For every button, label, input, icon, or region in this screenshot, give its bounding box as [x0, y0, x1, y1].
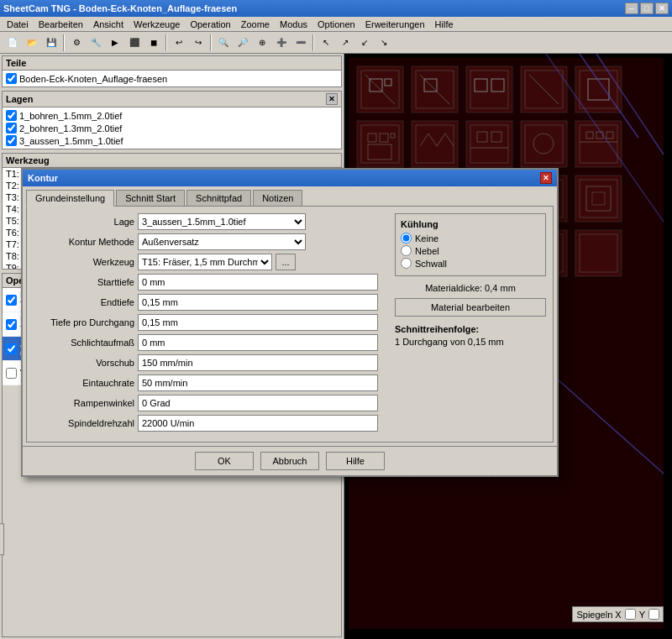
- ok-button[interactable]: OK: [195, 452, 254, 470]
- lage-select[interactable]: 3_aussen_1.5mm_1.0tief: [138, 213, 306, 230]
- cooling-title: Kühlung: [401, 219, 540, 229]
- toolbar-btn11[interactable]: ↖: [317, 34, 335, 52]
- lagen-checkbox-1[interactable]: [6, 123, 17, 134]
- svg-rect-20: [357, 121, 403, 167]
- spindel-label: Spindeldrehzahl: [34, 418, 134, 428]
- werkzeug-input-group: T15: Fräser, 1,5 mm Durchmesser ...: [138, 254, 296, 270]
- schlicht-label: Schlichtaufmaß: [34, 338, 134, 348]
- lagen-item-1[interactable]: 2_bohren_1.3mm_2.0tief: [4, 122, 339, 134]
- tab-notizen[interactable]: Notizen: [253, 190, 302, 206]
- vorschub-label: Vorschub: [34, 358, 134, 368]
- menu-operation[interactable]: Operation: [186, 18, 234, 30]
- cancel-button[interactable]: Abbruch: [260, 452, 319, 470]
- toolbar-btn13[interactable]: ↙: [355, 34, 374, 52]
- op-checkbox-1[interactable]: [6, 319, 17, 330]
- op-checkbox-3[interactable]: [6, 368, 17, 379]
- cooling-schwall-radio[interactable]: [401, 258, 412, 269]
- lagen-checkbox-0[interactable]: [6, 110, 17, 121]
- tiefe-input[interactable]: [138, 314, 378, 331]
- menu-datei[interactable]: Datei: [3, 18, 32, 30]
- cooling-nebel[interactable]: Nebel: [401, 245, 540, 256]
- kontur-methode-select[interactable]: Außenversatz: [138, 233, 306, 250]
- lagen-content: 1_bohren_1.5mm_2.0tief 2_bohren_1.3mm_2.…: [3, 107, 341, 149]
- menu-ansicht[interactable]: Ansicht: [90, 18, 127, 30]
- teile-section: Teile Boden-Eck-Knoten_Auflage-fraesen: [2, 55, 342, 87]
- svg-rect-21: [412, 121, 458, 167]
- tab-schnittpfad[interactable]: Schnittpfad: [186, 190, 251, 206]
- menu-bearbeiten[interactable]: Bearbeiten: [35, 18, 87, 30]
- starttiefe-label: Starttiefe: [34, 277, 134, 287]
- toolbar-btn2[interactable]: 🔧: [87, 34, 105, 52]
- lagen-checkbox-2[interactable]: [6, 135, 17, 146]
- toolbar-sep1: [63, 34, 65, 51]
- cooling-schwall[interactable]: Schwall: [401, 258, 540, 269]
- vorschub-input[interactable]: [138, 354, 378, 371]
- tab-schnitt-start[interactable]: Schnitt Start: [116, 190, 185, 206]
- svg-rect-34: [575, 230, 622, 276]
- eintauch-input[interactable]: [138, 374, 378, 391]
- cooling-keine[interactable]: Keine: [401, 233, 540, 244]
- endtiefe-input[interactable]: [138, 294, 378, 311]
- toolbar-btn9[interactable]: ➕: [272, 34, 291, 52]
- toolbar-btn8[interactable]: ⊕: [253, 34, 271, 52]
- teile-checkbox[interactable]: [6, 73, 17, 84]
- starttiefe-input[interactable]: [138, 274, 378, 291]
- menu-optionen[interactable]: Optionen: [314, 18, 359, 30]
- toolbar-btn12[interactable]: ↗: [336, 34, 354, 52]
- teile-item[interactable]: Boden-Eck-Knoten_Auflage-fraesen: [4, 72, 169, 85]
- toolbar-zoom-out[interactable]: 🔎: [234, 34, 252, 52]
- tab-bar: Grundeinstellung Schnitt Start Schnittpf…: [23, 186, 557, 206]
- cooling-keine-radio[interactable]: [401, 233, 412, 244]
- minimize-button[interactable]: ─: [625, 3, 638, 14]
- lagen-item-0[interactable]: 1_bohren_1.5mm_2.0tief: [4, 109, 339, 122]
- werkzeug-select[interactable]: T15: Fräser, 1,5 mm Durchmesser: [138, 254, 272, 270]
- title-bar: SheetCam TNG - Boden-Eck-Knoten_Auflage-…: [0, 0, 672, 17]
- menu-werkzeuge[interactable]: Werkzeuge: [130, 18, 183, 30]
- menu-modus[interactable]: Modus: [276, 18, 311, 30]
- help-button[interactable]: Hilfe: [326, 452, 385, 470]
- toolbar-btn14[interactable]: ↘: [375, 34, 393, 52]
- spindel-input[interactable]: [138, 415, 378, 432]
- eintauch-label: Eintauchrate: [34, 378, 134, 388]
- spiegel-y-checkbox[interactable]: [648, 609, 659, 620]
- material-edit-button[interactable]: Material bearbeiten: [395, 298, 546, 317]
- toolbar-btn10[interactable]: ➖: [291, 34, 310, 52]
- toolbar-save[interactable]: 💾: [42, 34, 60, 52]
- menu-zoome[interactable]: Zoome: [238, 18, 273, 30]
- lagen-close-btn[interactable]: ✕: [326, 93, 338, 105]
- toolbar-sep2: [165, 34, 167, 51]
- lagen-section: Lagen ✕ 1_bohren_1.5mm_2.0tief 2_bohren_…: [2, 91, 342, 149]
- tab-grundeinstellung[interactable]: Grundeinstellung: [26, 190, 114, 207]
- cut-label: Cut d...: [0, 523, 4, 555]
- menu-hilfe[interactable]: Hilfe: [432, 18, 457, 30]
- spiegel-x-checkbox[interactable]: [625, 609, 636, 620]
- lagen-item-2[interactable]: 3_aussen_1.5mm_1.0tief: [4, 134, 339, 147]
- toolbar-btn6[interactable]: ↩: [170, 34, 188, 52]
- toolbar-zoom-in[interactable]: 🔍: [214, 34, 233, 52]
- toolbar-new[interactable]: 📄: [3, 34, 22, 52]
- form-right: Kühlung Keine Nebel Schwall Materialdick…: [395, 213, 546, 435]
- endtiefe-row: Endtiefe: [34, 294, 378, 311]
- endtiefe-label: Endtiefe: [34, 297, 134, 307]
- vorschub-row: Vorschub: [34, 354, 378, 371]
- toolbar-btn5[interactable]: ◼: [144, 34, 163, 52]
- svg-rect-22: [466, 121, 512, 167]
- toolbar-btn4[interactable]: ⬛: [125, 34, 144, 52]
- cooling-nebel-radio[interactable]: [401, 245, 412, 256]
- close-button[interactable]: ✕: [655, 3, 669, 14]
- op-checkbox-0[interactable]: [6, 295, 17, 306]
- material-thickness: Materialdicke: 0,4 mm: [395, 283, 546, 293]
- schlicht-input[interactable]: [138, 334, 378, 351]
- toolbar-btn7[interactable]: ↪: [189, 34, 207, 52]
- toolbar-btn1[interactable]: ⚙: [67, 34, 86, 52]
- rampen-input[interactable]: [138, 395, 378, 411]
- spiegel-y-label: Y: [639, 610, 645, 620]
- toolbar-btn3[interactable]: ▶: [106, 34, 124, 52]
- toolbar-open[interactable]: 📂: [23, 34, 41, 52]
- werkzeug-edit-btn[interactable]: ...: [276, 254, 296, 270]
- menu-erweiterungen[interactable]: Erweiterungen: [362, 18, 428, 30]
- dialog-close-button[interactable]: ✕: [540, 172, 552, 184]
- maximize-button[interactable]: □: [640, 3, 654, 14]
- op-checkbox-2[interactable]: [6, 343, 17, 354]
- svg-rect-3: [466, 66, 512, 113]
